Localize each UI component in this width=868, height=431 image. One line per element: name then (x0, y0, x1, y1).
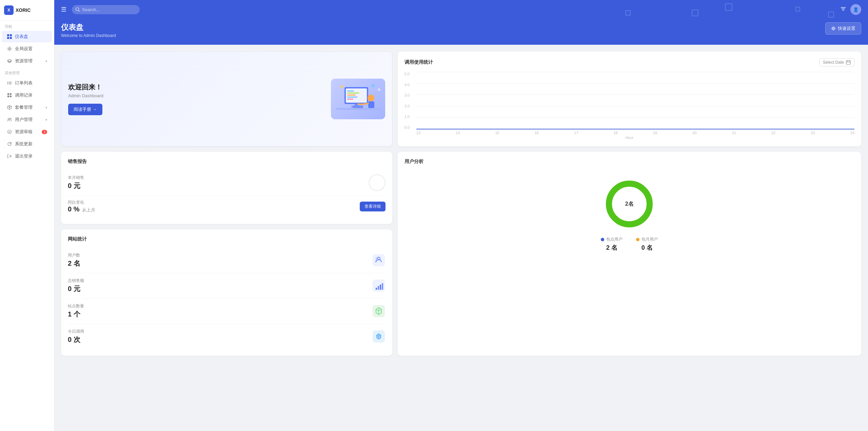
x-label: 20 (692, 131, 696, 135)
read-manual-button[interactable]: 阅读手册 → (68, 104, 102, 115)
stat-info-sales: 总销售额 0 元 (68, 278, 84, 293)
search-input[interactable] (72, 5, 140, 14)
stat-row-sites: 站点数量 1 个 (68, 299, 386, 324)
svg-point-35 (368, 95, 374, 101)
stat-label: 站点数量 (68, 303, 84, 309)
svg-rect-30 (347, 97, 357, 98)
x-label: 18 (613, 131, 617, 135)
quick-setup-button[interactable]: 快速设置 (825, 22, 861, 35)
x-label: 15 (495, 131, 499, 135)
welcome-text: 欢迎回来！ Admin Dashboard 阅读手册 → (68, 83, 103, 115)
y-label: 0.0 (405, 125, 415, 129)
svg-rect-11 (7, 93, 9, 95)
chart-x-axis: 13 14 15 16 17 18 19 20 21 22 23 24 (416, 131, 854, 135)
nav-section-label: 导航 (0, 21, 54, 30)
sidebar-item-package-management[interactable]: 套餐管理 ▾ (2, 102, 52, 113)
legend-label: 包点用户 (606, 237, 623, 242)
list-icon (7, 80, 12, 86)
gear-icon (831, 26, 836, 31)
svg-rect-41 (846, 61, 850, 64)
sidebar-item-resource-audit[interactable]: 资源审核 1 (2, 126, 52, 138)
calendar-icon (846, 60, 851, 65)
svg-rect-28 (347, 93, 359, 94)
stat-value: 0 元 (68, 284, 84, 293)
x-label: 21 (732, 131, 736, 135)
svg-rect-47 (378, 286, 379, 290)
donut-chart: 2名 (602, 177, 656, 231)
usage-chart-card: 调用使用统计 Select Date 5.0 4.0 (398, 52, 861, 146)
sidebar-item-label: 仪表盘 (15, 34, 28, 40)
monthly-value: 0 元 (68, 181, 84, 190)
sidebar-item-label: 用户管理 (15, 117, 33, 123)
user-avatar[interactable]: 👤 (850, 4, 861, 15)
site-stats-card: 网站统计 用户数 2 名 (61, 229, 392, 356)
sidebar-item-resource-management[interactable]: 资源管理 ▾ (2, 55, 52, 67)
top-header: ☰ 👤 (54, 0, 868, 19)
site-stats-title: 网站统计 (68, 236, 386, 242)
logo-icon: X (4, 5, 14, 15)
legend-dot-row: 包月用户 (636, 237, 658, 242)
sidebar-item-call-records[interactable]: 调用记录 (2, 89, 52, 101)
sidebar-item-global-settings[interactable]: 全局设置 (2, 43, 52, 55)
stat-row-calls: 今日调用 0 次 (68, 324, 386, 349)
sidebar-item-label: 全局设置 (15, 46, 33, 52)
sidebar-item-system-update[interactable]: 系统更新 (2, 138, 52, 150)
layers-icon (7, 58, 12, 64)
logo-text: XORIC (16, 7, 31, 13)
date-picker-label: Select Date (823, 60, 844, 65)
svg-rect-12 (10, 93, 12, 95)
x-label: 14 (456, 131, 460, 135)
detail-button[interactable]: 查看详细 (360, 202, 386, 211)
stat-value: 0 次 (68, 335, 84, 344)
stat-icon-sites (372, 304, 386, 318)
sidebar-item-label: 调用记录 (15, 92, 33, 98)
grid-line (416, 106, 854, 106)
search-container (72, 5, 140, 14)
sidebar-item-logout[interactable]: 退出登录 (2, 150, 52, 162)
check-circle-icon (7, 129, 12, 135)
sidebar-item-user-management[interactable]: 用户管理 ▾ (2, 114, 52, 125)
svg-rect-46 (376, 288, 377, 290)
legend-value: 0 名 (642, 244, 653, 252)
x-label: 13 (416, 131, 420, 135)
settings-icon (7, 46, 12, 52)
date-picker[interactable]: Select Date (819, 58, 854, 66)
svg-rect-27 (347, 90, 354, 91)
bottom-content-grid: 销售报告 本月销售 0 元 同比变化 0 % 从上月 (61, 152, 861, 356)
y-label: 5.0 (405, 72, 415, 76)
svg-rect-48 (380, 285, 381, 290)
svg-rect-34 (336, 108, 380, 110)
svg-point-17 (8, 130, 12, 134)
page-subtitle: Welcome to Admin Dashboard (61, 33, 116, 38)
change-value: 0 % (68, 205, 79, 213)
sidebar-item-order-list[interactable]: 订单列表 (2, 77, 52, 89)
legend-dot-blue (601, 238, 604, 241)
y-label: 2.0 (405, 104, 415, 108)
users-icon (7, 117, 12, 122)
sidebar-item-dashboard[interactable]: 仪表盘 (2, 31, 52, 42)
svg-point-16 (10, 118, 12, 120)
header-right: 👤 (840, 4, 861, 15)
y-label: 1.0 (405, 115, 415, 119)
stat-value: 2 名 (68, 259, 80, 268)
sidebar-item-label: 资源管理 (15, 58, 33, 64)
svg-rect-2 (7, 37, 9, 39)
legend-label: 包月用户 (642, 237, 658, 242)
chart-area: 5.0 4.0 3.0 2.0 1.0 0.0 (405, 72, 854, 140)
svg-rect-38 (340, 85, 343, 88)
legend-value: 2 名 (606, 244, 617, 252)
welcome-illustration (331, 79, 385, 119)
top-content-grid: 欢迎回来！ Admin Dashboard 阅读手册 → (61, 52, 861, 146)
monthly-label: 本月销售 (68, 175, 84, 181)
svg-marker-40 (378, 88, 380, 90)
menu-toggle-icon[interactable]: ☰ (61, 6, 66, 13)
change-suffix: 从上月 (82, 207, 95, 213)
legend-item-baoyue: 包月用户 0 名 (636, 237, 658, 252)
sidebar: X XORIC 导航 仪表盘 全局设置 (0, 0, 54, 431)
svg-point-9 (7, 84, 8, 84)
svg-rect-3 (10, 37, 12, 39)
deco-square (725, 3, 732, 11)
user-analysis-card: 用户分析 2名 (398, 152, 861, 356)
x-label: 23 (811, 131, 815, 135)
filter-icon[interactable] (840, 6, 846, 14)
